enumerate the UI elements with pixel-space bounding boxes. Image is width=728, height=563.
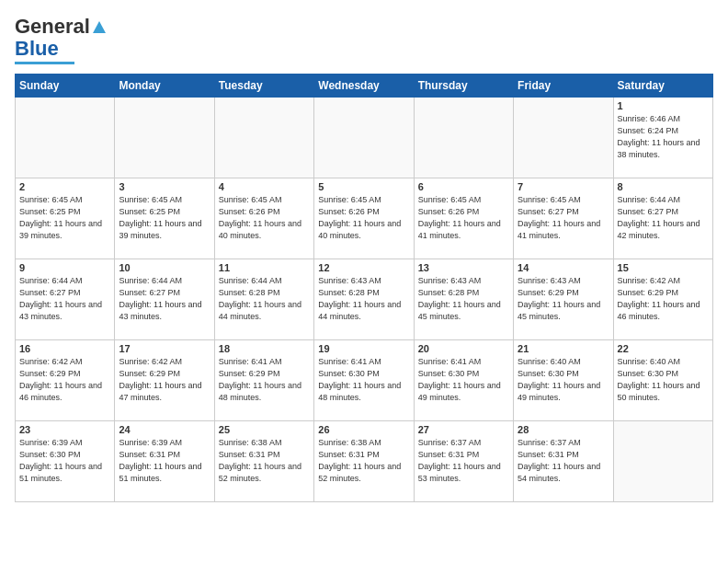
day-info: Sunrise: 6:44 AM Sunset: 6:28 PM Dayligh… — [219, 275, 310, 323]
day-number: 15 — [618, 262, 709, 273]
calendar-cell: 7Sunrise: 6:45 AM Sunset: 6:27 PM Daylig… — [514, 178, 613, 259]
weekday-header-monday: Monday — [115, 75, 214, 98]
calendar-cell: 28Sunrise: 6:37 AM Sunset: 6:31 PM Dayli… — [514, 421, 613, 502]
day-number: 12 — [318, 262, 409, 273]
calendar-cell: 12Sunrise: 6:43 AM Sunset: 6:28 PM Dayli… — [314, 259, 414, 340]
calendar-cell: 3Sunrise: 6:45 AM Sunset: 6:25 PM Daylig… — [115, 178, 214, 259]
calendar-cell: 6Sunrise: 6:45 AM Sunset: 6:26 PM Daylig… — [414, 178, 513, 259]
day-number: 6 — [418, 181, 509, 192]
weekday-header-saturday: Saturday — [613, 75, 712, 98]
page-header: General Blue — [15, 15, 713, 64]
calendar-cell: 18Sunrise: 6:41 AM Sunset: 6:29 PM Dayli… — [214, 340, 313, 421]
day-info: Sunrise: 6:41 AM Sunset: 6:30 PM Dayligh… — [318, 356, 409, 404]
weekday-header-wednesday: Wednesday — [314, 75, 414, 98]
day-info: Sunrise: 6:43 AM Sunset: 6:29 PM Dayligh… — [518, 275, 609, 323]
week-row-5: 23Sunrise: 6:39 AM Sunset: 6:30 PM Dayli… — [16, 421, 713, 502]
day-number: 13 — [418, 262, 509, 273]
calendar-cell — [214, 98, 313, 178]
week-row-4: 16Sunrise: 6:42 AM Sunset: 6:29 PM Dayli… — [16, 340, 713, 421]
calendar-cell: 24Sunrise: 6:39 AM Sunset: 6:31 PM Dayli… — [115, 421, 214, 502]
calendar-cell — [414, 98, 513, 178]
day-number: 5 — [318, 181, 409, 192]
weekday-header-friday: Friday — [514, 75, 613, 98]
day-number: 20 — [418, 343, 509, 354]
calendar-cell: 13Sunrise: 6:43 AM Sunset: 6:28 PM Dayli… — [414, 259, 513, 340]
day-number: 16 — [19, 343, 110, 354]
day-info: Sunrise: 6:42 AM Sunset: 6:29 PM Dayligh… — [19, 356, 110, 404]
calendar-cell — [314, 98, 414, 178]
calendar-cell: 26Sunrise: 6:38 AM Sunset: 6:31 PM Dayli… — [314, 421, 414, 502]
logo-triangle-icon — [93, 21, 106, 33]
calendar-cell: 23Sunrise: 6:39 AM Sunset: 6:30 PM Dayli… — [16, 421, 115, 502]
calendar-cell: 22Sunrise: 6:40 AM Sunset: 6:30 PM Dayli… — [613, 340, 712, 421]
day-number: 22 — [618, 343, 709, 354]
day-number: 27 — [418, 424, 509, 435]
day-info: Sunrise: 6:37 AM Sunset: 6:31 PM Dayligh… — [518, 437, 609, 485]
day-info: Sunrise: 6:45 AM Sunset: 6:26 PM Dayligh… — [219, 194, 310, 242]
week-row-1: 1Sunrise: 6:46 AM Sunset: 6:24 PM Daylig… — [16, 98, 713, 178]
day-info: Sunrise: 6:38 AM Sunset: 6:31 PM Dayligh… — [318, 437, 409, 485]
day-number: 24 — [119, 424, 210, 435]
day-info: Sunrise: 6:41 AM Sunset: 6:29 PM Dayligh… — [219, 356, 310, 404]
calendar-cell: 5Sunrise: 6:45 AM Sunset: 6:26 PM Daylig… — [314, 178, 414, 259]
day-info: Sunrise: 6:38 AM Sunset: 6:31 PM Dayligh… — [219, 437, 310, 485]
day-info: Sunrise: 6:45 AM Sunset: 6:25 PM Dayligh… — [119, 194, 210, 242]
calendar-cell: 25Sunrise: 6:38 AM Sunset: 6:31 PM Dayli… — [214, 421, 313, 502]
calendar-cell: 1Sunrise: 6:46 AM Sunset: 6:24 PM Daylig… — [613, 98, 712, 178]
day-number: 23 — [19, 424, 110, 435]
day-number: 28 — [518, 424, 609, 435]
logo: General Blue — [15, 15, 106, 64]
weekday-header-row: SundayMondayTuesdayWednesdayThursdayFrid… — [16, 75, 713, 98]
day-info: Sunrise: 6:42 AM Sunset: 6:29 PM Dayligh… — [618, 275, 709, 323]
logo-underline — [15, 62, 74, 64]
day-info: Sunrise: 6:45 AM Sunset: 6:26 PM Dayligh… — [418, 194, 509, 242]
day-number: 18 — [219, 343, 310, 354]
day-number: 2 — [19, 181, 110, 192]
day-number: 8 — [618, 181, 709, 192]
day-number: 14 — [518, 262, 609, 273]
logo-general: General — [15, 15, 90, 39]
calendar-cell — [613, 421, 712, 502]
calendar-cell: 11Sunrise: 6:44 AM Sunset: 6:28 PM Dayli… — [214, 259, 313, 340]
logo-blue: Blue — [15, 37, 59, 61]
day-number: 4 — [219, 181, 310, 192]
day-info: Sunrise: 6:39 AM Sunset: 6:30 PM Dayligh… — [19, 437, 110, 485]
day-info: Sunrise: 6:44 AM Sunset: 6:27 PM Dayligh… — [119, 275, 210, 323]
day-number: 11 — [219, 262, 310, 273]
calendar-table: SundayMondayTuesdayWednesdayThursdayFrid… — [15, 74, 713, 502]
calendar-cell: 9Sunrise: 6:44 AM Sunset: 6:27 PM Daylig… — [16, 259, 115, 340]
week-row-3: 9Sunrise: 6:44 AM Sunset: 6:27 PM Daylig… — [16, 259, 713, 340]
weekday-header-thursday: Thursday — [414, 75, 513, 98]
calendar-cell: 14Sunrise: 6:43 AM Sunset: 6:29 PM Dayli… — [514, 259, 613, 340]
calendar-cell: 15Sunrise: 6:42 AM Sunset: 6:29 PM Dayli… — [613, 259, 712, 340]
day-number: 10 — [119, 262, 210, 273]
day-number: 9 — [19, 262, 110, 273]
day-info: Sunrise: 6:37 AM Sunset: 6:31 PM Dayligh… — [418, 437, 509, 485]
day-info: Sunrise: 6:45 AM Sunset: 6:25 PM Dayligh… — [19, 194, 110, 242]
day-number: 21 — [518, 343, 609, 354]
weekday-header-tuesday: Tuesday — [214, 75, 313, 98]
day-number: 7 — [518, 181, 609, 192]
calendar-cell: 27Sunrise: 6:37 AM Sunset: 6:31 PM Dayli… — [414, 421, 513, 502]
weekday-header-sunday: Sunday — [16, 75, 115, 98]
calendar-cell: 8Sunrise: 6:44 AM Sunset: 6:27 PM Daylig… — [613, 178, 712, 259]
day-info: Sunrise: 6:45 AM Sunset: 6:27 PM Dayligh… — [518, 194, 609, 242]
calendar-cell: 20Sunrise: 6:41 AM Sunset: 6:30 PM Dayli… — [414, 340, 513, 421]
calendar-cell: 2Sunrise: 6:45 AM Sunset: 6:25 PM Daylig… — [16, 178, 115, 259]
calendar-cell: 21Sunrise: 6:40 AM Sunset: 6:30 PM Dayli… — [514, 340, 613, 421]
day-info: Sunrise: 6:40 AM Sunset: 6:30 PM Dayligh… — [618, 356, 709, 404]
day-info: Sunrise: 6:41 AM Sunset: 6:30 PM Dayligh… — [418, 356, 509, 404]
day-info: Sunrise: 6:44 AM Sunset: 6:27 PM Dayligh… — [618, 194, 709, 242]
day-info: Sunrise: 6:43 AM Sunset: 6:28 PM Dayligh… — [418, 275, 509, 323]
day-info: Sunrise: 6:43 AM Sunset: 6:28 PM Dayligh… — [318, 275, 409, 323]
calendar-cell: 16Sunrise: 6:42 AM Sunset: 6:29 PM Dayli… — [16, 340, 115, 421]
day-info: Sunrise: 6:39 AM Sunset: 6:31 PM Dayligh… — [119, 437, 210, 485]
week-row-2: 2Sunrise: 6:45 AM Sunset: 6:25 PM Daylig… — [16, 178, 713, 259]
calendar-cell: 10Sunrise: 6:44 AM Sunset: 6:27 PM Dayli… — [115, 259, 214, 340]
day-info: Sunrise: 6:42 AM Sunset: 6:29 PM Dayligh… — [119, 356, 210, 404]
day-number: 26 — [318, 424, 409, 435]
day-number: 19 — [318, 343, 409, 354]
day-number: 17 — [119, 343, 210, 354]
calendar-cell — [115, 98, 214, 178]
day-number: 25 — [219, 424, 310, 435]
